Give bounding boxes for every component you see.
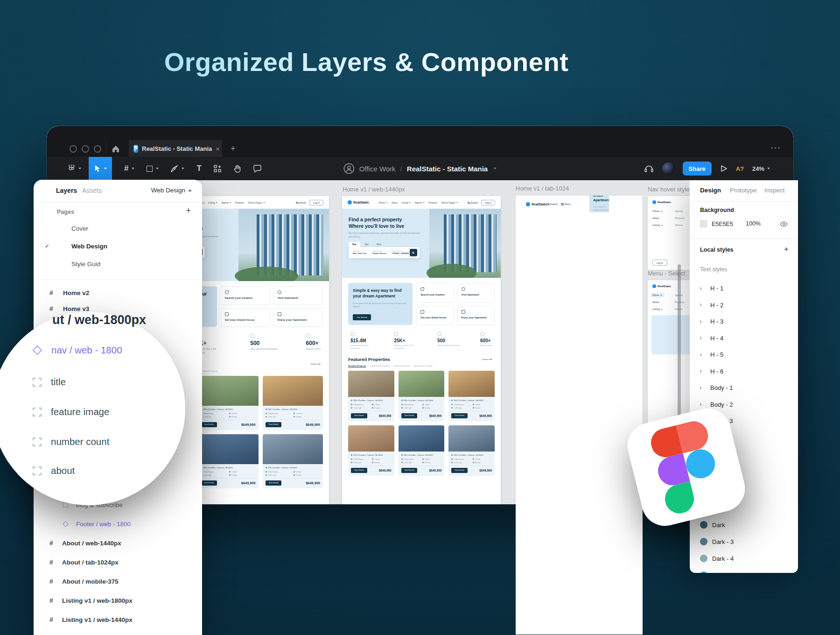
search-link[interactable]: Search (547, 203, 558, 205)
tab-assets[interactable]: Assets (82, 187, 102, 194)
design-panel-tab-inspect[interactable]: Inspect (764, 187, 785, 194)
property-card[interactable]: 2861 62nd Ave, Oakland, CA 94605 5 Bed R… (448, 371, 495, 421)
zoom-control[interactable]: 24% (752, 165, 770, 172)
view-details-button[interactable]: View Details (401, 413, 418, 418)
traffic-light-maximize[interactable] (94, 145, 101, 153)
search-link[interactable]: Search (296, 201, 306, 204)
search-link[interactable]: Search (468, 201, 478, 204)
nav-link[interactable]: Listing (208, 201, 217, 204)
page-row[interactable]: ✓Web Design (34, 238, 202, 254)
text-style-row[interactable]: H - 2 (700, 297, 789, 314)
feature-card[interactable]: Enjoy your Apartment (273, 308, 323, 327)
layer-row[interactable]: blog & subscribe (34, 495, 202, 514)
nav-link[interactable]: Others Pages (248, 201, 265, 204)
nav-link[interactable]: Listing (652, 224, 663, 226)
view-details-button[interactable]: View Details (451, 413, 468, 418)
traffic-light-minimize[interactable] (82, 145, 89, 153)
property-card[interactable]: 2861 62nd Ave, Oakland, CA 94605 5 Bed R… (198, 376, 258, 430)
featured-tab[interactable]: Agriculture Property (200, 370, 218, 372)
comment-tool-button[interactable] (253, 165, 261, 172)
layer-row[interactable]: #About / web-1440px (34, 534, 202, 552)
feature-card[interactable]: Get your dream house (416, 306, 454, 325)
traffic-light-close[interactable] (70, 145, 77, 153)
text-style-row[interactable]: H - 3 (700, 313, 789, 330)
background-opacity[interactable]: 100% (746, 220, 761, 227)
layer-row[interactable]: Footer / web - 1800 (34, 515, 202, 533)
login-button[interactable]: Log In (652, 260, 667, 266)
breadcrumb-team[interactable]: Office Work (359, 165, 396, 173)
feature-card[interactable]: Visit Apartment (273, 286, 323, 305)
property-card[interactable]: 2861 62nd Ave, Oakland, CA 94605 5 Bed R… (448, 425, 495, 476)
shape-tool-button[interactable] (147, 166, 159, 172)
text-tool-button[interactable]: T (196, 164, 201, 173)
tab-layers[interactable]: Layers (56, 187, 77, 194)
share-button[interactable]: Share (683, 162, 712, 176)
property-search-bar[interactable]: City/StreetNew York CityProperty TypeDup… (349, 247, 420, 258)
feature-card[interactable]: Search your location (416, 283, 454, 303)
add-page-button[interactable]: + (186, 206, 191, 216)
window-more-icon[interactable]: ··· (771, 144, 781, 152)
layer-row[interactable]: #About / tab-1024px (34, 553, 202, 572)
color-style-row[interactable]: Dark - 3 (700, 533, 789, 550)
property-card[interactable]: 2861 62nd Ave, Oakland, CA 94605 5 Bed R… (399, 425, 445, 476)
home-icon[interactable] (111, 144, 120, 155)
feature-card[interactable]: Visit Apartment (457, 283, 495, 303)
featured-tab[interactable]: Agriculture Property (414, 365, 433, 367)
login-button[interactable]: Log In (309, 200, 323, 205)
view-details-button[interactable]: View Details (401, 468, 418, 473)
property-card[interactable]: 2861 62nd Ave, Oakland, CA 94605 5 Bed R… (399, 371, 445, 421)
color-style-row[interactable]: Dark - 4 (700, 550, 789, 567)
nav-link[interactable]: Others Pages (441, 201, 458, 204)
view-details-button[interactable]: View Details (451, 468, 468, 473)
nav-link[interactable]: Agents (675, 210, 685, 212)
nav-link[interactable]: Others (675, 224, 685, 226)
nav-link[interactable]: About (652, 217, 663, 219)
view-details-button[interactable]: View Details (351, 413, 367, 418)
nav-link[interactable]: Property (675, 217, 685, 219)
text-style-row[interactable]: H - 4 (700, 330, 789, 347)
main-menu-button[interactable] (68, 165, 81, 172)
frame-home-tab1024[interactable]: RealStatic SearchMenu Find a perfect pro… (516, 196, 643, 635)
pen-tool-button[interactable] (171, 165, 184, 172)
text-style-row[interactable]: Body - 1 (700, 380, 789, 396)
nav-link[interactable]: Listing (652, 308, 663, 310)
get-started-button[interactable]: Get Started (353, 314, 371, 320)
frame-label-web1440[interactable]: Home v1 / web-1440px (343, 186, 405, 193)
login-button[interactable]: Log In (481, 200, 495, 205)
property-card[interactable]: 2861 62nd Ave, Oakland, CA 94605 5 Bed R… (263, 376, 323, 430)
audio-headphones-icon[interactable] (644, 164, 654, 173)
layer-row[interactable]: #Home v3 (34, 301, 202, 316)
feature-card[interactable]: Get your dream house (221, 308, 270, 327)
featured-tab[interactable]: Commercial Property (370, 365, 389, 367)
move-tool-button[interactable] (89, 157, 112, 180)
add-style-button[interactable]: + (784, 245, 789, 254)
view-details-button[interactable]: View Details (266, 480, 282, 486)
view-details-button[interactable]: View Details (266, 422, 282, 427)
color-style-row[interactable]: Dark (700, 516, 789, 533)
view-details-button[interactable]: View Details (201, 422, 217, 427)
nav-link[interactable]: Home (651, 293, 665, 297)
nav-link[interactable]: Home (379, 201, 388, 204)
search-button[interactable] (410, 249, 417, 256)
nav-link[interactable]: Property (235, 201, 244, 204)
hero-tab[interactable]: Rent (373, 242, 385, 247)
frame-label-tab1024[interactable]: Home v1 / tab-1024 (516, 185, 643, 192)
view-details-button[interactable]: View Details (351, 468, 367, 473)
nav-link[interactable]: Property (428, 201, 437, 204)
visibility-eye-icon[interactable] (780, 220, 788, 229)
page-row[interactable]: Cover (34, 220, 202, 237)
page-selector[interactable]: Web Design (151, 187, 192, 194)
layer-row[interactable]: #Listing v1 / web-1440px (34, 610, 202, 629)
hand-tool-button[interactable] (234, 165, 241, 173)
nav-link[interactable]: Listing (401, 201, 411, 204)
layer-row[interactable]: #Listing v1 / web-1800px (34, 591, 202, 610)
design-panel-tab-prototype[interactable]: Prototype (730, 187, 757, 194)
text-style-row[interactable]: H - 6 (700, 363, 789, 380)
explore-all-link[interactable]: Explore All → (483, 358, 495, 360)
nav-link[interactable]: About (392, 201, 398, 204)
text-style-row[interactable]: H - 5 (700, 346, 789, 363)
featured-tab[interactable]: Industrial Property (393, 365, 410, 367)
layer-row[interactable]: #About / mobile-375 (34, 572, 202, 591)
nav-link[interactable]: Home (652, 210, 663, 212)
color-swatch[interactable] (700, 220, 707, 227)
